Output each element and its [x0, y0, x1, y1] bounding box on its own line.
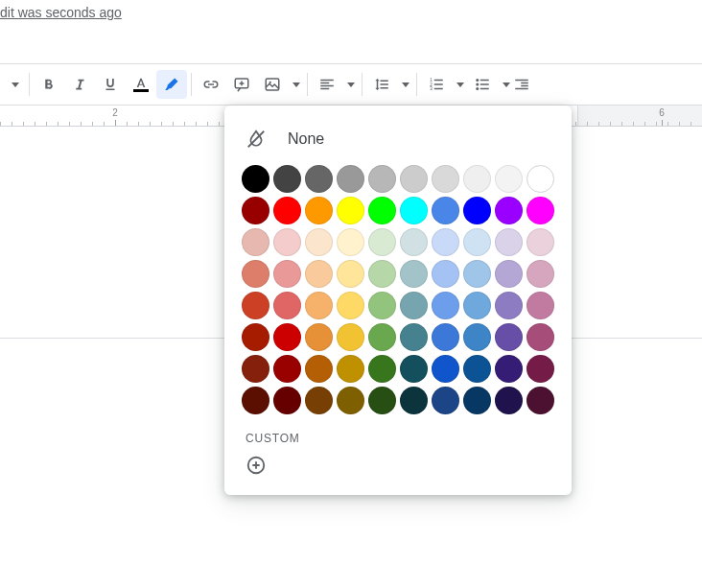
color-swatch[interactable] — [368, 228, 396, 256]
color-swatch[interactable] — [495, 228, 523, 256]
color-swatch[interactable] — [242, 197, 269, 224]
color-swatch[interactable] — [273, 387, 301, 414]
bulleted-dropdown-caret[interactable] — [498, 70, 513, 99]
color-swatch[interactable] — [526, 228, 554, 256]
color-swatch[interactable] — [305, 323, 333, 351]
color-swatch[interactable] — [432, 387, 459, 414]
color-swatch[interactable] — [368, 165, 396, 193]
numbered-dropdown-caret[interactable] — [452, 70, 467, 99]
color-swatch[interactable] — [495, 292, 523, 319]
color-swatch[interactable] — [273, 355, 301, 383]
color-swatch[interactable] — [400, 292, 428, 319]
color-swatch[interactable] — [305, 355, 333, 383]
color-swatch[interactable] — [400, 323, 428, 351]
highlight-color-button[interactable] — [156, 70, 187, 99]
color-swatch[interactable] — [273, 165, 301, 193]
color-swatch[interactable] — [463, 292, 491, 319]
color-swatch[interactable] — [337, 228, 364, 256]
align-group[interactable] — [312, 70, 358, 99]
color-swatch[interactable] — [305, 228, 333, 256]
insert-link-button[interactable] — [196, 70, 226, 99]
color-swatch[interactable] — [400, 387, 428, 414]
color-swatch[interactable] — [400, 228, 428, 256]
color-swatch[interactable] — [495, 323, 523, 351]
color-swatch[interactable] — [463, 260, 491, 288]
add-comment-button[interactable] — [226, 70, 257, 99]
color-swatch[interactable] — [273, 228, 301, 256]
color-swatch[interactable] — [463, 323, 491, 351]
color-swatch[interactable] — [495, 387, 523, 414]
color-swatch[interactable] — [368, 323, 396, 351]
color-swatch[interactable] — [337, 260, 364, 288]
color-swatch[interactable] — [400, 197, 428, 224]
color-swatch[interactable] — [463, 355, 491, 383]
color-swatch[interactable] — [368, 387, 396, 414]
color-swatch[interactable] — [526, 165, 554, 193]
text-color-button[interactable] — [126, 70, 156, 99]
color-swatch[interactable] — [432, 355, 459, 383]
color-swatch[interactable] — [305, 387, 333, 414]
italic-button[interactable] — [64, 70, 95, 99]
insert-image-group[interactable] — [257, 70, 303, 99]
color-swatch[interactable] — [273, 323, 301, 351]
image-dropdown-caret[interactable] — [288, 70, 303, 99]
color-swatch[interactable] — [400, 355, 428, 383]
color-swatch[interactable] — [526, 355, 554, 383]
color-swatch[interactable] — [242, 165, 269, 193]
color-swatch[interactable] — [242, 323, 269, 351]
color-swatch[interactable] — [400, 165, 428, 193]
color-swatch[interactable] — [526, 260, 554, 288]
color-swatch[interactable] — [242, 260, 269, 288]
color-none-option[interactable]: None — [240, 121, 556, 163]
color-swatch[interactable] — [242, 228, 269, 256]
bulleted-list-group[interactable] — [467, 70, 513, 99]
color-swatch[interactable] — [368, 292, 396, 319]
add-custom-color-button[interactable] — [244, 453, 269, 478]
line-spacing-group[interactable] — [366, 70, 412, 99]
color-swatch[interactable] — [337, 323, 364, 351]
color-swatch[interactable] — [463, 197, 491, 224]
spacing-dropdown-caret[interactable] — [397, 70, 412, 99]
color-swatch[interactable] — [242, 387, 269, 414]
color-swatch[interactable] — [337, 165, 364, 193]
color-swatch[interactable] — [432, 260, 459, 288]
last-edit-status[interactable]: dit was seconds ago — [0, 5, 122, 20]
color-swatch[interactable] — [432, 197, 459, 224]
color-swatch[interactable] — [337, 387, 364, 414]
color-swatch[interactable] — [495, 260, 523, 288]
color-swatch[interactable] — [432, 323, 459, 351]
color-swatch[interactable] — [305, 260, 333, 288]
bold-button[interactable] — [34, 70, 64, 99]
color-swatch[interactable] — [526, 292, 554, 319]
color-swatch[interactable] — [432, 165, 459, 193]
color-swatch[interactable] — [337, 355, 364, 383]
color-swatch[interactable] — [368, 197, 396, 224]
color-swatch[interactable] — [273, 292, 301, 319]
color-swatch[interactable] — [368, 260, 396, 288]
styles-dropdown[interactable] — [4, 70, 25, 99]
color-swatch[interactable] — [337, 197, 364, 224]
color-swatch[interactable] — [337, 292, 364, 319]
color-swatch[interactable] — [305, 165, 333, 193]
color-swatch[interactable] — [242, 292, 269, 319]
color-swatch[interactable] — [273, 197, 301, 224]
align-dropdown-caret[interactable] — [342, 70, 358, 99]
color-swatch[interactable] — [463, 228, 491, 256]
color-swatch[interactable] — [495, 355, 523, 383]
color-swatch[interactable] — [305, 292, 333, 319]
numbered-list-group[interactable]: 123 — [421, 70, 467, 99]
color-swatch[interactable] — [526, 387, 554, 414]
color-swatch[interactable] — [273, 260, 301, 288]
color-swatch[interactable] — [463, 387, 491, 414]
color-swatch[interactable] — [368, 355, 396, 383]
underline-button[interactable] — [95, 70, 126, 99]
color-swatch[interactable] — [305, 197, 333, 224]
more-button[interactable] — [513, 70, 530, 99]
color-swatch[interactable] — [495, 197, 523, 224]
color-swatch[interactable] — [463, 165, 491, 193]
color-swatch[interactable] — [432, 292, 459, 319]
color-swatch[interactable] — [242, 355, 269, 383]
color-swatch[interactable] — [526, 323, 554, 351]
color-swatch[interactable] — [526, 197, 554, 224]
color-swatch[interactable] — [400, 260, 428, 288]
